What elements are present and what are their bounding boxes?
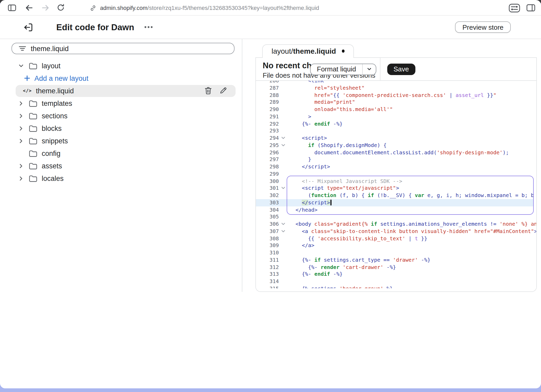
code-line-308[interactable]: 308 {{ 'accessibility.skip_to_text' | t … xyxy=(256,235,536,242)
back-icon[interactable] xyxy=(25,4,33,11)
chevron-right-icon[interactable] xyxy=(18,100,24,106)
sidebar-item-layout[interactable]: layout xyxy=(0,59,242,72)
line-number: 311 xyxy=(269,256,279,264)
sidebar-item-label: assets xyxy=(42,162,62,170)
code-line-312[interactable]: 312 {%- render 'cart-drawer' -%} xyxy=(256,264,536,271)
exit-icon[interactable] xyxy=(23,22,34,33)
folder-icon xyxy=(29,162,38,170)
code-line-298[interactable]: 298 </script> xyxy=(256,163,536,170)
fold-chevron-icon[interactable] xyxy=(281,136,286,140)
code-line-296[interactable]: 296 document.documentElement.classList.a… xyxy=(256,149,536,156)
line-number: 303 xyxy=(269,199,279,206)
code-line-307[interactable]: 307 <a class="skip-to-content-link butto… xyxy=(256,228,536,235)
sidebar-item-sections[interactable]: sections xyxy=(0,109,242,122)
url-bar[interactable]: admin.shopify.com/store/rzq1xu-f5/themes… xyxy=(90,0,319,16)
code-line-288[interactable]: 288 href="{{ 'component-predictive-searc… xyxy=(256,91,536,99)
panel-toggle-icon[interactable] xyxy=(526,4,535,11)
selected-file-row[interactable]: </>theme.liquid xyxy=(16,85,236,97)
line-number: 297 xyxy=(269,156,279,163)
browser-chrome: admin.shopify.com/store/rzq1xu-f5/themes… xyxy=(0,0,541,16)
reload-icon[interactable] xyxy=(57,4,65,11)
gutter: 301 xyxy=(256,185,286,192)
file-tree: layoutAdd a new layout</>theme.liquidtem… xyxy=(0,59,242,185)
sidebar-item-blocks[interactable]: blocks xyxy=(0,122,242,134)
chevron-down-icon[interactable] xyxy=(363,66,376,72)
chevron-down-icon[interactable] xyxy=(18,63,24,69)
chevron-right-icon[interactable] xyxy=(18,175,24,181)
code-line-306[interactable]: 306 <body class="gradient{% if settings.… xyxy=(256,220,536,228)
gutter: 309 xyxy=(256,242,286,249)
code-line-309[interactable]: 309 </a> xyxy=(256,242,536,249)
sidebar-item-locales[interactable]: locales xyxy=(0,172,242,185)
code-lines: 286 <link287 rel="stylesheet"288 href="{… xyxy=(256,81,536,288)
file-filter-input[interactable]: theme.liquid xyxy=(11,43,235,54)
code-line-305[interactable]: 305 xyxy=(256,213,536,221)
folder-icon xyxy=(29,137,38,145)
sidebar-item-add-a-new-layout[interactable]: Add a new layout xyxy=(0,72,242,84)
code-line-293[interactable]: 293 xyxy=(256,127,536,135)
code-line-295[interactable]: 295 if (Shopify.designMode) { xyxy=(256,142,536,149)
code-line-294[interactable]: 294 <script> xyxy=(256,134,536,142)
format-liquid-button[interactable]: Format liquid xyxy=(310,63,376,75)
code-line-311[interactable]: 311 {%- if settings.cart_type == 'drawer… xyxy=(256,256,536,264)
code-line-297[interactable]: 297 } xyxy=(256,156,536,163)
gutter: 293 xyxy=(256,127,286,135)
code-line-303[interactable]: 303 </script> xyxy=(256,199,536,206)
line-number: 306 xyxy=(269,220,279,228)
chevron-right-icon[interactable] xyxy=(18,113,24,119)
code-line-299[interactable]: 299 xyxy=(256,170,536,178)
code-line-286[interactable]: 286 <link xyxy=(256,81,536,84)
folder-icon xyxy=(29,174,38,182)
fold-chevron-icon[interactable] xyxy=(281,186,286,191)
gutter: 303 xyxy=(256,199,286,206)
code-line-301[interactable]: 301 <script type="text/javascript"> xyxy=(256,185,536,192)
code-line-287[interactable]: 287 rel="stylesheet" xyxy=(256,84,536,92)
app-window: admin.shopify.com/store/rzq1xu-f5/themes… xyxy=(0,0,541,388)
fold-chevron-icon[interactable] xyxy=(281,229,286,234)
code-line-292[interactable]: 292 {%- endif -%} xyxy=(256,120,536,127)
gutter: 313 xyxy=(256,271,286,278)
code-line-314[interactable]: 314 xyxy=(256,278,536,285)
line-number: 310 xyxy=(269,249,279,256)
line-number: 290 xyxy=(269,106,279,113)
sidebar-item-config[interactable]: config xyxy=(0,147,242,160)
chevron-right-icon[interactable] xyxy=(18,138,24,144)
page-title: Edit code for Dawn xyxy=(56,22,134,32)
gutter: 297 xyxy=(256,156,286,163)
line-number: 302 xyxy=(269,192,279,199)
code-line-313[interactable]: 313 {%- endif -%} xyxy=(256,271,536,278)
extensions-icon[interactable] xyxy=(509,3,520,12)
sidebar-toggle-icon[interactable] xyxy=(8,4,16,11)
more-actions-button[interactable] xyxy=(144,26,153,29)
tab-label: layout/theme.liquid xyxy=(272,47,336,55)
tab-theme-liquid[interactable]: layout/theme.liquid xyxy=(262,44,354,58)
gutter: 312 xyxy=(256,264,286,271)
chevron-right-icon[interactable] xyxy=(18,163,24,169)
code-line-302[interactable]: 302 (function (f, b) { if (!b.__SV) { va… xyxy=(256,192,534,199)
chevron-right-icon[interactable] xyxy=(18,125,24,131)
delete-file-icon[interactable] xyxy=(204,87,212,95)
code-line-300[interactable]: 300 <!-- Mixpanel Javascript SDK --> xyxy=(256,177,536,185)
url-path: /store/rzq1xu-f5/themes/132683530345?key… xyxy=(147,5,319,11)
sidebar-item-theme-liquid[interactable]: </>theme.liquid xyxy=(0,84,242,97)
fold-chevron-icon[interactable] xyxy=(281,222,286,226)
save-button[interactable]: Save xyxy=(387,63,415,75)
code-line-289[interactable]: 289 media="print" xyxy=(256,99,536,106)
code-line-290[interactable]: 290 onload="this.media='all'" xyxy=(256,106,536,113)
preview-store-button[interactable]: Preview store xyxy=(455,21,511,33)
code-line-291[interactable]: 291 > xyxy=(256,113,536,120)
sidebar-item-assets[interactable]: assets xyxy=(0,160,242,172)
folder-icon xyxy=(29,124,38,132)
rename-file-icon[interactable] xyxy=(219,87,227,95)
code-editor[interactable]: 286 <link287 rel="stylesheet"288 href="{… xyxy=(256,81,536,291)
sidebar-item-snippets[interactable]: snippets xyxy=(0,134,242,147)
fold-chevron-icon[interactable] xyxy=(281,143,286,148)
sidebar-item-label: snippets xyxy=(42,137,68,145)
code-line-315[interactable]: 315 {% sections 'header-group' %} xyxy=(256,285,536,288)
code-line-310[interactable]: 310 xyxy=(256,249,536,256)
line-number: 287 xyxy=(269,84,279,92)
format-liquid-label: Format liquid xyxy=(311,65,362,73)
code-line-304[interactable]: 304 </head> xyxy=(256,206,536,213)
folder-icon xyxy=(29,149,38,157)
sidebar-item-templates[interactable]: templates xyxy=(0,97,242,109)
